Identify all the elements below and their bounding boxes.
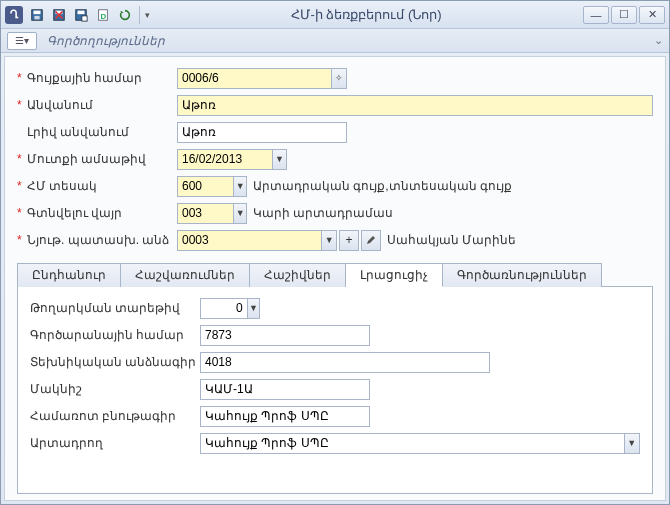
label-responsible: Նյութ. պատասխ. անձ [27,233,177,247]
close-button[interactable]: ✕ [639,6,665,24]
entry-date-field[interactable]: ▼ [177,149,287,170]
label-factory-no: Գործարանային համար [30,328,200,342]
short-desc-input[interactable] [200,406,370,427]
location-description: Կարի արտադրամաս [253,206,393,220]
required-marker: * [17,233,27,247]
row-location: * Գտնվելու վայր ▼ Կարի արտադրամաս [17,202,653,224]
row-brand: Մակնիշ [30,378,640,400]
label-tech-passport: Տեխնիկական անձնագիր [30,355,200,369]
document-d-icon[interactable]: D [93,5,113,25]
row-name: * Անվանում [17,94,653,116]
app-icon: Ղ [5,6,23,24]
refresh-icon[interactable] [115,5,135,25]
ribbon-collapse-icon[interactable]: ⌄ [654,34,663,47]
label-name: Անվանում [27,98,177,112]
hm-type-input[interactable] [178,177,233,196]
required-marker: * [17,98,27,112]
window-title: ՀՄ-ի ձեռքբերում (Նոր) [150,7,583,22]
manufacturer-input[interactable] [201,434,624,453]
tab-additional[interactable]: Լրացուցիչ [346,263,443,287]
inventory-number-input[interactable] [178,69,331,88]
inventory-number-field[interactable]: ✧ [177,68,347,89]
label-location: Գտնվելու վայր [27,206,177,220]
tabstrip: Ընդհանուր Հաշվառումներ Հաշիվներ Լրացուցի… [17,262,653,287]
responsible-field[interactable]: ▼ [177,230,337,251]
factory-no-input[interactable] [200,325,370,346]
chevron-down-icon[interactable]: ▼ [321,231,336,250]
tab-general[interactable]: Ընդհանուր [17,263,121,287]
save-close-icon[interactable] [49,5,69,25]
row-release-year: Թողարկման տարեթիվ ▼ [30,297,640,319]
chevron-down-icon[interactable]: ▼ [247,299,259,318]
label-release-year: Թողարկման տարեթիվ [30,301,200,315]
chevron-down-icon[interactable]: ▼ [272,150,286,169]
edit-button[interactable] [361,230,381,251]
maximize-button[interactable]: ☐ [611,6,637,24]
view-mode-icon[interactable]: ☰▾ [7,32,37,50]
tab-operations[interactable]: Գործառնություններ [443,263,602,287]
add-button[interactable]: + [339,230,359,251]
tab-invoices[interactable]: Հաշիվներ [250,263,346,287]
entry-date-input[interactable] [178,150,272,169]
brand-input[interactable] [200,379,370,400]
svg-rect-2 [34,15,39,19]
full-name-input[interactable] [177,122,347,143]
titlebar: Ղ D ▾ ՀՄ-ի ձեռքբերում (Նոր) — ☐ ✕ [1,1,669,29]
pencil-icon [365,234,377,246]
svg-rect-9 [82,15,87,20]
chevron-down-icon[interactable]: ▼ [233,204,246,223]
save-new-icon[interactable] [71,5,91,25]
row-inventory-number: * Գույքային համար ✧ [17,67,653,89]
release-year-field[interactable]: ▼ [200,298,260,319]
svg-text:D: D [100,11,106,20]
required-marker: * [17,206,27,220]
row-manufacturer: Արտադրող ▼ [30,432,640,454]
required-marker: * [17,71,27,85]
row-hm-type: * ՀՄ տեսակ ▼ Արտադրական գույք,տնտեսական … [17,175,653,197]
label-full-name: Լրիվ անվանում [27,125,177,139]
label-hm-type: ՀՄ տեսակ [27,179,177,193]
release-year-input[interactable] [201,299,247,318]
save-icon[interactable] [27,5,47,25]
required-marker [17,125,27,139]
responsible-input[interactable] [178,231,321,250]
app-window: Ղ D ▾ ՀՄ-ի ձեռքբերում (Նոր) — ☐ ✕ ☰▾ Գոր… [0,0,670,505]
svg-rect-1 [34,10,41,14]
location-field[interactable]: ▼ [177,203,247,224]
wand-icon[interactable]: ✧ [331,69,346,88]
responsible-description: Սահակյան Մարինե [387,233,516,247]
tab-pane-additional: Թողարկման տարեթիվ ▼ Գործարանային համար Տ… [17,287,653,494]
hm-type-description: Արտադրական գույք,տնտեսական գույք [253,179,512,193]
label-inventory-number: Գույքային համար [27,71,177,85]
row-entry-date: * Մուտքի ամսաթիվ ▼ [17,148,653,170]
required-marker: * [17,179,27,193]
row-tech-passport: Տեխնիկական անձնագիր [30,351,640,373]
ribbon-section-label: Գործողություններ [47,34,165,48]
manufacturer-field[interactable]: ▼ [200,433,640,454]
minimize-button[interactable]: — [583,6,609,24]
toolbar-separator [139,6,140,24]
location-input[interactable] [178,204,233,223]
name-input[interactable] [177,95,653,116]
label-short-desc: Համառոտ բնութագիր [30,409,200,423]
tab-accounts[interactable]: Հաշվառումներ [121,263,250,287]
row-short-desc: Համառոտ բնութագիր [30,405,640,427]
row-factory-no: Գործարանային համար [30,324,640,346]
form-panel: * Գույքային համար ✧ * Անվանում Լրիվ անվա… [4,56,666,501]
chevron-down-icon[interactable]: ▼ [624,434,639,453]
hm-type-field[interactable]: ▼ [177,176,247,197]
tech-passport-input[interactable] [200,352,490,373]
required-marker: * [17,152,27,166]
chevron-down-icon[interactable]: ▼ [233,177,246,196]
row-full-name: Լրիվ անվանում [17,121,653,143]
label-brand: Մակնիշ [30,382,200,396]
label-entry-date: Մուտքի ամսաթիվ [27,152,177,166]
label-manufacturer: Արտադրող [30,436,200,450]
svg-rect-8 [78,10,85,14]
row-responsible: * Նյութ. պատասխ. անձ ▼ + Սահակյան Մարինե [17,229,653,251]
ribbon: ☰▾ Գործողություններ ⌄ [1,29,669,53]
